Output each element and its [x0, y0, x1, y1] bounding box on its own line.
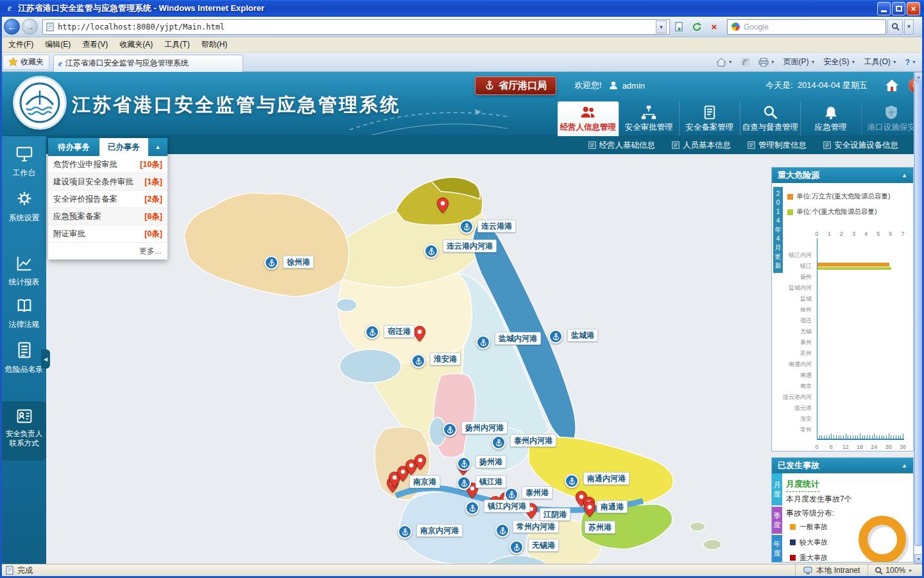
todo-item[interactable]: 附证审批[0条]	[48, 225, 167, 243]
subnav-operator-basic-info[interactable]: 经营人基础信息	[588, 140, 656, 151]
port-anchor-marker[interactable]	[459, 220, 474, 234]
accident-panel-header[interactable]: 已发生事故 ▲	[772, 458, 913, 473]
menu-tools[interactable]: 工具(T)	[158, 37, 195, 52]
port-label[interactable]: 徐州港	[283, 256, 314, 268]
close-button[interactable]: ×	[907, 2, 920, 15]
feeds-button[interactable]	[741, 58, 750, 67]
address-dropdown-icon[interactable]: ▼	[656, 21, 667, 33]
port-label[interactable]: 无锡港	[528, 539, 559, 552]
forward-button[interactable]: →	[22, 19, 38, 35]
port-anchor-marker[interactable]	[549, 329, 563, 344]
subnav-management-system-info[interactable]: 管理制度信息	[748, 140, 807, 151]
menu-edit[interactable]: 编辑(E)	[39, 37, 76, 52]
print-button[interactable]: ▼	[758, 58, 775, 67]
collapse-arrow-icon[interactable]: ▲	[902, 462, 907, 469]
port-label[interactable]: 连云港内河港	[443, 240, 497, 252]
portal-home-icon[interactable]	[884, 78, 900, 92]
port-anchor-marker[interactable]	[465, 501, 479, 515]
accident-pin-marker[interactable]	[436, 197, 449, 214]
todo-item[interactable]: 应急预案备案[8条]	[48, 208, 167, 225]
stop-button[interactable]: ×	[706, 19, 722, 35]
port-label[interactable]: 苏州港	[585, 521, 615, 534]
search-box[interactable]: Google	[727, 19, 886, 35]
port-label[interactable]: 常州内河港	[513, 520, 559, 533]
accident-tab-quarterly[interactable]: 季 度	[772, 507, 782, 534]
port-label[interactable]: 扬州内河港	[461, 421, 508, 434]
window-titlebar[interactable]: e 江苏省港口安全监管与应急管理系统 - Windows Internet Ex…	[0, 0, 924, 17]
port-anchor-marker[interactable]	[565, 474, 579, 488]
minimize-button[interactable]	[877, 2, 891, 15]
maximize-button[interactable]	[892, 2, 905, 15]
port-anchor-marker[interactable]	[424, 244, 438, 258]
sidebar-item-workbench[interactable]: 工作台	[2, 145, 46, 179]
sidebar-item-dangerous-goods[interactable]: 危险品名录	[2, 340, 46, 375]
nav-tab-port-security[interactable]: 港口设施保安	[861, 101, 922, 136]
port-anchor-marker[interactable]	[457, 476, 471, 490]
port-anchor-marker[interactable]	[365, 325, 379, 339]
port-label[interactable]: 盐城港	[567, 329, 598, 342]
tools-menu-button[interactable]: 工具(O)▼	[864, 57, 896, 67]
browser-tab[interactable]: e 江苏省港口安全监管与应急管理系统	[53, 55, 243, 72]
back-button[interactable]: ←	[4, 19, 20, 35]
accident-pin-marker[interactable]	[414, 454, 427, 471]
help-menu-button[interactable]: ?▼	[905, 58, 916, 67]
sidebar-item-safety-contacts[interactable]: 安全负责人联系方式	[2, 401, 46, 460]
safety-menu-button[interactable]: 安全(S)▼	[824, 57, 856, 67]
todo-collapse-button[interactable]: ▲	[148, 138, 167, 156]
home-button[interactable]: ▼	[716, 58, 733, 67]
nav-tab-inspection[interactable]: 自查与督查管理	[740, 101, 801, 136]
port-anchor-marker[interactable]	[443, 423, 457, 437]
nav-tab-operator-info[interactable]: 经营人信息管理	[558, 101, 619, 136]
search-button[interactable]	[887, 19, 903, 35]
hazard-panel-header[interactable]: 重大危险源 ▲	[772, 168, 913, 183]
port-anchor-marker[interactable]	[411, 354, 425, 368]
nav-tab-safety-filing[interactable]: 安全备案管理	[679, 101, 740, 136]
search-dropdown-icon[interactable]: ▼	[904, 19, 914, 35]
address-field[interactable]: http://localhost:8080/yjpt/Main.html ▼	[42, 19, 670, 35]
accident-pin-marker[interactable]	[413, 326, 426, 342]
accident-tab-monthly[interactable]: 月 度	[772, 473, 782, 505]
sidebar-item-settings[interactable]: 系统设置	[2, 189, 46, 223]
subnav-safety-facility-info[interactable]: 安全设施设备信息	[823, 140, 898, 151]
port-label[interactable]: 江阴港	[540, 508, 570, 521]
port-label[interactable]: 镇江港	[475, 475, 506, 488]
todo-item[interactable]: 建设项目安全条件审批[1条]	[48, 173, 167, 191]
todo-more-link[interactable]: 更多...	[48, 243, 167, 259]
port-label[interactable]: 南京港	[409, 475, 440, 488]
port-anchor-marker[interactable]	[476, 335, 490, 349]
port-label[interactable]: 南通内河港	[583, 472, 629, 485]
subnav-personnel-basic-info[interactable]: 人员基本信息	[672, 140, 731, 151]
port-anchor-marker[interactable]	[398, 525, 412, 539]
vertical-scrollbar[interactable]: ▲ ▼	[914, 72, 922, 564]
port-label[interactable]: 淮安港	[430, 353, 461, 365]
port-anchor-marker[interactable]	[509, 540, 524, 554]
port-label[interactable]: 连云港港	[477, 220, 516, 232]
port-label[interactable]: 扬州港	[475, 455, 506, 468]
nav-tab-safety-approval[interactable]: 安全审批管理	[619, 101, 680, 136]
accident-tab-yearly[interactable]: 年 度	[772, 535, 782, 562]
todo-item[interactable]: 安全评价报告备案[2条]	[48, 191, 167, 208]
sidebar-item-laws[interactable]: 法律法规	[2, 297, 46, 330]
bureau-badge[interactable]: 省厅港口局	[475, 76, 556, 95]
nav-tab-emergency[interactable]: 应急管理	[800, 101, 861, 136]
menu-view[interactable]: 查看(V)	[76, 37, 114, 52]
sidebar-collapse-handle[interactable]: ◀	[41, 349, 50, 369]
port-anchor-marker[interactable]	[457, 457, 471, 471]
port-label[interactable]: 镇江内河港	[484, 500, 530, 512]
port-label[interactable]: 泰州内河港	[510, 434, 556, 447]
todo-item[interactable]: 危货作业申报审批[10条]	[48, 156, 167, 173]
page-go-button[interactable]	[672, 19, 687, 35]
zoom-control[interactable]: 100% ▼	[868, 565, 919, 576]
tab-done-tasks[interactable]: 已办事务	[99, 138, 148, 156]
refresh-button[interactable]	[689, 19, 705, 35]
port-label[interactable]: 盐城内河港	[495, 332, 541, 345]
port-label[interactable]: 南京内河港	[416, 524, 463, 537]
sidebar-item-reports[interactable]: 统计报表	[2, 254, 46, 288]
port-anchor-marker[interactable]	[495, 523, 509, 538]
accident-pin-marker[interactable]	[583, 501, 596, 518]
port-anchor-marker[interactable]	[492, 435, 506, 450]
favorites-button[interactable]: 收藏夹	[3, 55, 49, 70]
collapse-arrow-icon[interactable]: ▲	[902, 172, 907, 179]
port-label[interactable]: 宿迁港	[384, 325, 415, 338]
port-label[interactable]: 南通港	[597, 500, 628, 513]
